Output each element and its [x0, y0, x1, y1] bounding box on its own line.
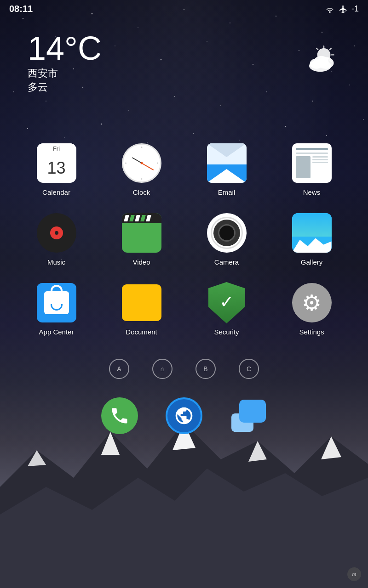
news-app[interactable]: News [269, 136, 354, 205]
email-label: Email [218, 188, 236, 196]
nav-button-home[interactable]: ⌂ [152, 359, 172, 379]
gallery-app[interactable]: Gallery [269, 205, 354, 275]
app-grid: Fri 13 Calendar Clock [0, 117, 368, 345]
gear-icon: ⚙ [302, 290, 322, 316]
news-icon [292, 143, 332, 183]
nav-button-a[interactable]: A [109, 359, 129, 379]
phone-icon [109, 406, 130, 426]
svg-line-48 [316, 48, 318, 50]
camera-app[interactable]: Camera [184, 205, 269, 275]
news-headline [296, 148, 328, 150]
bag-smile [51, 304, 63, 311]
news-text-col [312, 156, 328, 178]
camera-label: Camera [214, 258, 239, 266]
document-label: Document [126, 328, 157, 336]
email-icon [207, 143, 247, 183]
clock-mark-9 [125, 163, 126, 164]
document-icon [122, 284, 161, 321]
calendar-day-name: Fri [37, 143, 76, 153]
clock-mark-12 [141, 147, 142, 148]
news-columns [296, 156, 328, 178]
nav-button-c[interactable]: C [239, 359, 259, 379]
settings-icon-wrapper: ⚙ [291, 282, 333, 323]
email-envelope-bottom [207, 164, 247, 183]
video-icon-wrapper [121, 212, 162, 254]
svg-point-52 [314, 56, 328, 67]
status-time: 08:11 [9, 4, 33, 14]
clock-mark-6 [141, 178, 142, 180]
gallery-mountain-shape [292, 237, 332, 253]
clock-mark-3 [157, 163, 158, 164]
phone-dock-item[interactable] [101, 397, 138, 434]
clock-face [123, 145, 160, 181]
camera-outer-ring [211, 217, 243, 249]
chat-bubble-icon [231, 400, 266, 432]
calendar-day-num: 13 [37, 153, 76, 183]
chat-dock-item[interactable] [230, 397, 267, 434]
shield-checkmark: ✓ [219, 292, 234, 312]
clock-icon [122, 143, 161, 183]
weather-temperature: 14°C [28, 32, 102, 65]
security-icon-wrapper: ✓ [206, 282, 247, 323]
clock-center-dot [140, 162, 143, 164]
security-label: Security [214, 328, 239, 336]
weather-info: 14°C 西安市 多云 [28, 32, 102, 94]
security-app[interactable]: ✓ Security [184, 275, 269, 345]
browser-icon [174, 406, 194, 426]
clapboard-top [122, 213, 161, 223]
video-label: Video [132, 258, 150, 266]
appcenter-app[interactable]: App Center [14, 275, 99, 345]
status-right-icons: -1 [325, 4, 359, 14]
nav-button-b[interactable]: B [196, 359, 216, 379]
video-app[interactable]: Video [99, 205, 184, 275]
dock [0, 388, 368, 448]
settings-app[interactable]: ⚙ Settings [269, 275, 354, 345]
calendar-icon: Fri 13 [37, 143, 76, 183]
news-label: News [303, 188, 321, 196]
gallery-sky [292, 213, 332, 237]
weather-icon [304, 41, 340, 85]
airplane-icon [339, 5, 348, 14]
signal-indicator: -1 [351, 4, 359, 14]
settings-icon: ⚙ [292, 283, 332, 322]
music-icon-wrapper [36, 212, 77, 254]
meizu-watermark: m [347, 567, 361, 581]
clock-icon-wrapper [121, 142, 162, 184]
appcenter-icon [37, 283, 76, 322]
document-app[interactable]: Document [99, 275, 184, 345]
shield-shape: ✓ [208, 282, 245, 323]
bag-handle [51, 285, 63, 292]
nav-c-label: C [247, 365, 251, 373]
browser-dock-item[interactable] [166, 397, 202, 434]
news-image-col [296, 156, 310, 178]
gallery-icon-wrapper [291, 212, 333, 254]
music-icon [37, 213, 76, 253]
camera-icon [207, 213, 247, 253]
clock-app[interactable]: Clock [99, 136, 184, 205]
music-disc [50, 226, 63, 239]
nav-home-icon: ⌂ [161, 365, 164, 373]
nav-a-label: A [117, 365, 121, 373]
email-app[interactable]: Email [184, 136, 269, 205]
music-app[interactable]: Music [14, 205, 99, 275]
gallery-mountains [292, 237, 332, 253]
appcenter-icon-wrapper [36, 282, 77, 323]
calendar-app[interactable]: Fri 13 Calendar [14, 136, 99, 205]
settings-label: Settings [299, 328, 324, 336]
navigation-bar: A ⌂ B C [0, 350, 368, 388]
gallery-icon [292, 213, 332, 253]
clock-label: Clock [133, 188, 150, 196]
wifi-icon [325, 6, 335, 13]
nav-b-label: B [203, 365, 207, 373]
appcenter-label: App Center [39, 328, 74, 336]
email-flap-open [207, 143, 247, 157]
email-icon-wrapper [206, 142, 247, 184]
camera-icon-wrapper [206, 212, 247, 254]
music-disc-center [55, 231, 58, 235]
news-icon-wrapper [291, 142, 333, 184]
svg-line-45 [330, 48, 331, 50]
news-subline [296, 153, 328, 154]
clock-minute-hand [141, 163, 154, 170]
email-flap [207, 169, 247, 183]
document-icon-wrapper [121, 282, 162, 323]
